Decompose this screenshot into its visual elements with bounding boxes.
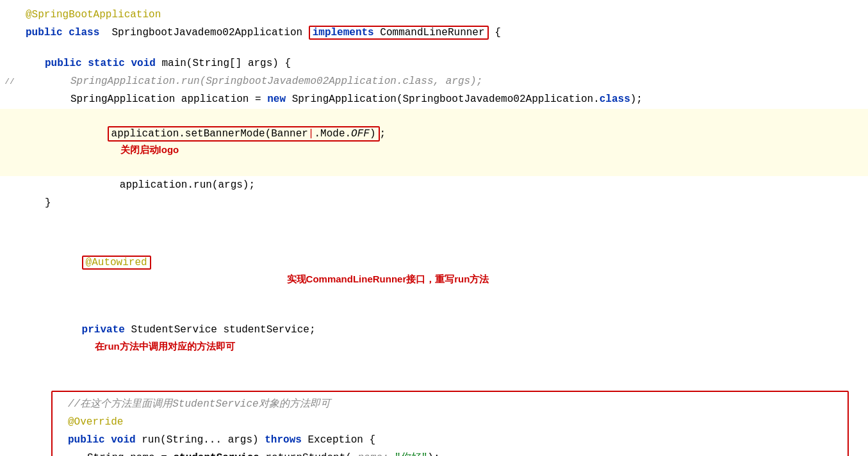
class-name: SpringbootJavademo02Application (106, 27, 309, 38)
method-main: main (161, 58, 186, 69)
override-annotation: @Override (68, 416, 123, 428)
code-line: private StudentService studentService; 在… (19, 306, 868, 372)
code-line: @SpringBootApplication (19, 7, 868, 24)
kw-void2: void (111, 434, 135, 446)
kw-class2: class (600, 94, 630, 105)
code-line: //在这个方法里面调用StudentService对象的方法即可 (61, 396, 839, 413)
line-banner-mode: application.setBannerMode(Banner|.Mode.O… (0, 109, 868, 176)
kw-public: public (26, 27, 63, 38)
kw-void: void (131, 58, 155, 69)
kw-private: private (82, 324, 125, 336)
annotation-close-logo: 关闭启动logo (120, 144, 179, 155)
code-line: @Autowired 实现CommandLineRunner接口，重写run方法 (19, 238, 868, 304)
gutter-marker: // (4, 76, 15, 89)
code-line: SpringApplication.run(SpringbootJavademo… (19, 74, 868, 90)
line-studentservice: private StudentService studentService; 在… (0, 305, 868, 373)
block-body1: String name = studentService.returnStude… (61, 450, 839, 456)
autowired-annotation: @Autowired (82, 256, 151, 270)
block-run-signature: public void run(String... args) throws E… (61, 432, 839, 450)
gutter: // (0, 76, 19, 89)
annotation-spring: @SpringBootApplication (26, 9, 161, 20)
line-app-run: application.run(args); (0, 176, 868, 194)
implements-box: implements CommandLineRunner (309, 26, 489, 40)
block-comment: //在这个方法里面调用StudentService对象的方法即可 (61, 396, 839, 414)
kw-throws: throws (265, 434, 302, 446)
code-line: application.setBannerMode(Banner|.Mode.O… (19, 110, 868, 175)
comment-springapp: SpringApplication.run(SpringbootJavademo… (70, 76, 482, 87)
kw-class: class (69, 27, 99, 38)
kw-static: static (88, 58, 125, 69)
line-autowired: @Autowired 实现CommandLineRunner接口，重写run方法 (0, 238, 868, 305)
line-annotation1: @SpringBootApplication (0, 6, 868, 24)
annotation-impl2: 在run方法中调用对应的方法即可 (95, 341, 235, 352)
code-line: public void run(String... args) throws E… (61, 432, 839, 449)
string-nihao: "你好" (395, 452, 427, 456)
code-line: public class SpringbootJavademo02Applica… (19, 25, 868, 42)
line-springapp: SpringApplication application = new Spri… (0, 91, 868, 109)
code-line: public static void main(String[] args) { (19, 56, 868, 72)
off-italic: OFF (351, 128, 370, 140)
code-line: SpringApplication application = new Spri… (19, 92, 868, 108)
code-line: String name = studentService.returnStude… (61, 450, 839, 456)
run-method-block: //在这个方法里面调用StudentService对象的方法即可 @Overri… (51, 391, 849, 456)
kw-public2: public (45, 58, 82, 69)
line-main-method: public static void main(String[] args) { (0, 55, 868, 73)
banner-mode-box: application.setBannerMode(Banner|.Mode.O… (108, 126, 380, 142)
code-container: @SpringBootApplication public class Spri… (0, 0, 868, 456)
annotation-impl1: 实现CommandLineRunner接口，重写run方法 (287, 273, 489, 284)
param-hint: name: (352, 452, 389, 456)
code-line: } (19, 195, 868, 212)
service-call: studentService (173, 452, 259, 456)
kw-public3: public (68, 434, 105, 446)
code-line: @Override (61, 414, 839, 431)
kw-implements: implements (313, 27, 374, 38)
block-override: @Override (61, 414, 839, 432)
line-class-declaration: public class SpringbootJavademo02Applica… (0, 24, 868, 42)
code-line: application.run(args); (19, 177, 868, 194)
kw-new: new (267, 94, 286, 105)
line-close-main: } (0, 194, 868, 212)
line-comment: // SpringApplication.run(SpringbootJavad… (0, 73, 868, 91)
comment-block: //在这个方法里面调用StudentService对象的方法即可 (68, 398, 331, 410)
